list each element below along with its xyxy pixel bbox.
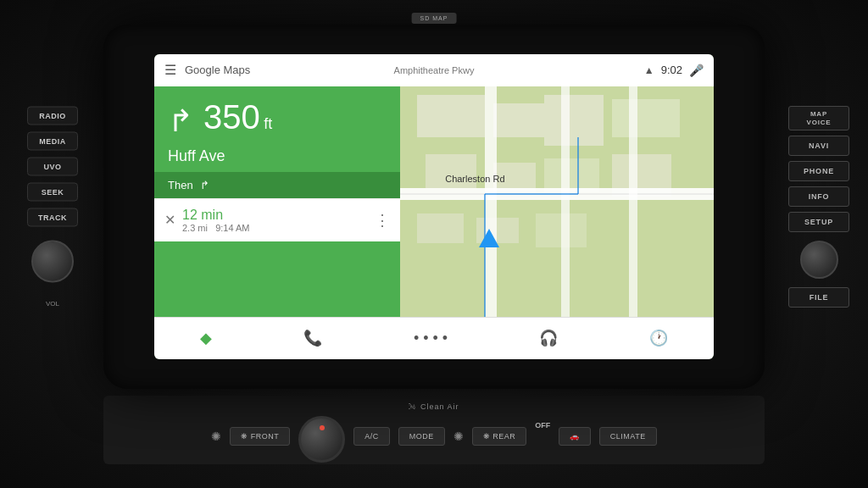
svg-rect-4 bbox=[612, 99, 680, 137]
charleston-road-label: Charleston Rd bbox=[445, 174, 504, 184]
car-interior: SD MAP RADIO MEDIA UVO SEEK TRACK VOL MA… bbox=[0, 0, 868, 488]
mode-button[interactable]: MODE bbox=[398, 427, 445, 446]
navi-button[interactable]: NAVI bbox=[788, 136, 849, 156]
ac-button[interactable]: A/C bbox=[353, 427, 390, 446]
vol-label: VOL bbox=[27, 299, 78, 307]
then-arrow-icon: ↱ bbox=[200, 179, 209, 191]
mic-icon[interactable]: 🎤 bbox=[689, 64, 704, 77]
nav-card: ↱ 350 ft Huff Ave Then ↱ ✕ 12 bbox=[154, 86, 400, 317]
radio-button[interactable]: RADIO bbox=[27, 106, 78, 125]
svg-rect-1 bbox=[417, 95, 485, 137]
clean-air-label: 🌬 Clean Air bbox=[117, 402, 751, 411]
seek-button[interactable]: SEEK bbox=[27, 182, 78, 201]
time-display: 9:02 bbox=[661, 64, 682, 76]
map-area: ↱ 350 ft Huff Ave Then ↱ ✕ 12 bbox=[154, 86, 714, 317]
svg-rect-15 bbox=[561, 86, 570, 317]
turn-arrow-icon: ↱ bbox=[168, 103, 193, 139]
distance-number: 350 bbox=[203, 98, 260, 136]
uvo-button[interactable]: UVO bbox=[27, 157, 78, 175]
top-street-name: Amphitheatre Pkwy bbox=[394, 65, 475, 75]
nav-distance: 350 ft bbox=[203, 100, 272, 134]
fan-icon-1: ✺ bbox=[211, 430, 221, 443]
car-ac-button[interactable]: 🚗 bbox=[559, 427, 591, 446]
climate-controls: ✺ ❋ FRONT AUTO A/C MODE ✺ ❋ REAR OFF 🚗 C… bbox=[117, 416, 751, 458]
dots-nav-icon[interactable]: • • • • bbox=[414, 330, 448, 347]
bottom-nav-bar: ◆ 📞 • • • • 🎧 🕐 bbox=[154, 317, 714, 359]
head-unit: SD MAP RADIO MEDIA UVO SEEK TRACK VOL MA… bbox=[103, 25, 765, 389]
right-panel: MAP VOICE NAVI PHONE INFO SETUP FILE bbox=[788, 106, 849, 308]
eta-time: 12 min bbox=[182, 208, 368, 223]
svg-rect-16 bbox=[629, 86, 637, 317]
music-nav-icon[interactable]: 🎧 bbox=[539, 329, 558, 347]
nav-close-button[interactable]: ✕ bbox=[164, 212, 175, 228]
phone-button[interactable]: PHONE bbox=[788, 161, 849, 181]
front-heat-button[interactable]: ❋ FRONT bbox=[230, 427, 290, 446]
then-label: Then bbox=[168, 179, 193, 191]
nav-street: Huff Ave bbox=[154, 147, 400, 172]
nav-main: ↱ 350 ft bbox=[154, 86, 400, 147]
nav-bottom: ✕ 12 min 2.3 mi 9:14 AM ⋮ bbox=[154, 198, 400, 241]
maps-nav-icon[interactable]: ◆ bbox=[200, 329, 212, 347]
auto-dial-wrapper: AUTO bbox=[298, 416, 345, 458]
top-bar: ☰ Google Maps Amphitheatre Pkwy ▲ 9:02 🎤 bbox=[154, 54, 714, 86]
media-button[interactable]: MEDIA bbox=[27, 131, 78, 150]
svg-rect-7 bbox=[544, 158, 599, 192]
screen: ☰ Google Maps Amphitheatre Pkwy ▲ 9:02 🎤 bbox=[154, 54, 714, 359]
track-button[interactable]: TRACK bbox=[27, 208, 78, 226]
eta-details: 2.3 mi 9:14 AM bbox=[182, 223, 368, 233]
svg-rect-9 bbox=[417, 214, 464, 243]
tune-knob[interactable] bbox=[800, 241, 838, 279]
rear-heat-button[interactable]: ❋ REAR bbox=[472, 427, 527, 446]
vol-knob[interactable] bbox=[31, 240, 74, 282]
map-voice-button[interactable]: MAP VOICE bbox=[788, 106, 849, 130]
signal-icon: ▲ bbox=[644, 64, 654, 76]
distance-unit: ft bbox=[264, 115, 272, 132]
nav-location-arrow bbox=[479, 229, 499, 247]
svg-rect-2 bbox=[493, 103, 544, 137]
left-panel: RADIO MEDIA UVO SEEK TRACK VOL bbox=[27, 106, 78, 307]
nav-then: Then ↱ bbox=[154, 172, 400, 198]
top-bar-right: ▲ 9:02 🎤 bbox=[644, 64, 704, 77]
phone-nav-icon[interactable]: 📞 bbox=[303, 329, 322, 347]
nav-more-button[interactable]: ⋮ bbox=[375, 211, 390, 230]
history-nav-icon[interactable]: 🕐 bbox=[649, 329, 668, 347]
setup-button[interactable]: SETUP bbox=[788, 212, 849, 232]
fan-icon-2: ✺ bbox=[453, 430, 464, 443]
climate-button[interactable]: CLIMATE bbox=[599, 427, 657, 446]
file-button[interactable]: FILE bbox=[788, 287, 849, 308]
svg-rect-14 bbox=[485, 86, 497, 317]
climate-section: 🌬 Clean Air ✺ ❋ FRONT AUTO A/C MODE ✺ ❋ … bbox=[103, 396, 765, 464]
climate-dial-auto[interactable] bbox=[298, 416, 345, 463]
off-dial-label: OFF bbox=[535, 421, 550, 430]
nav-eta: 12 min 2.3 mi 9:14 AM bbox=[182, 208, 368, 233]
hamburger-icon[interactable]: ☰ bbox=[164, 62, 176, 78]
svg-rect-3 bbox=[544, 95, 604, 146]
sd-chip: SD MAP bbox=[412, 13, 457, 24]
info-button[interactable]: INFO bbox=[788, 186, 849, 207]
